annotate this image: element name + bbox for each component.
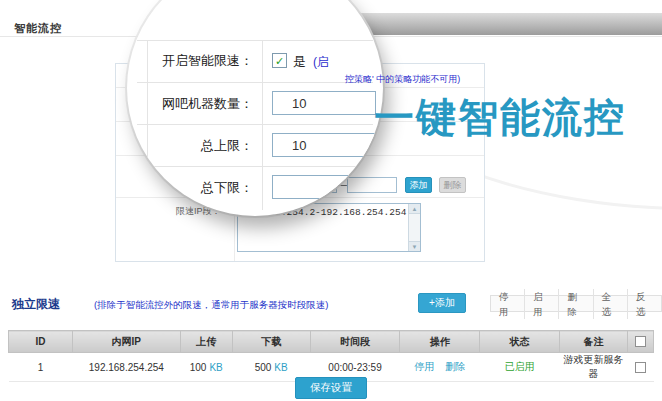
header-upload: 上传 [180,331,232,353]
cell-status: 已启用 [480,353,560,382]
total-upload-limit-input[interactable] [272,133,376,157]
disable-rule-link[interactable]: 停用 [414,361,434,372]
header-lan-ip: 内网IP [72,331,180,353]
independent-limit-note: (排除于智能流控外的限速，通常用于服务器按时段限速) [94,299,328,312]
note-start-fragment: (启 [313,54,329,71]
header-download: 下载 [232,331,310,353]
independent-limit-title: 独立限速 [12,296,60,313]
cell-lan-ip: 192.168.254.254 [72,353,180,382]
bulk-action-bar: 停用 启用 删除 全选 反选 [490,295,662,312]
enable-smart-limit-checkbox[interactable]: ✓ [272,53,287,68]
save-settings-button[interactable]: 保存设置 [295,377,367,399]
header-remark: 备注 [560,331,628,353]
invert-selection-link[interactable]: 反选 [627,289,661,319]
select-all-checkbox[interactable] [635,336,646,347]
header-id: ID [9,331,73,353]
scroll-down-icon[interactable]: ▼ [409,241,420,251]
enable-smart-limit-label: 开启智能限速： [133,52,253,70]
header-operation: 操作 [400,331,480,353]
client-count-label: 网吧机器数量： [133,95,253,113]
table-header-row: ID 内网IP 上传 下载 时间段 操作 状态 备注 [9,331,654,353]
header-checkbox-cell [627,331,653,353]
status-enabled-badge: 已启用 [505,361,535,372]
cell-remark: 游戏更新服务器 [560,353,628,382]
delete-rule-link[interactable]: 删除 [445,361,465,372]
upload-unit: KB [209,362,222,373]
watermark-title: 一键智能流控 [374,90,626,145]
cell-operation: 停用 删除 [400,353,480,382]
cell-id: 1 [9,353,73,382]
header-status: 状态 [480,331,560,353]
total-upload-limit-label: 总上限： [133,137,253,155]
add-rule-button[interactable]: +添加 [418,293,466,313]
tab-smart-flow-control[interactable]: 智能流控 [14,21,62,36]
yes-label: 是 [293,53,306,71]
cell-upload: 100KB [180,353,232,382]
textarea-scrollbar[interactable]: ▲ ▼ [408,204,420,251]
bulk-delete-link[interactable]: 删除 [558,289,592,319]
client-count-input[interactable] [272,91,376,115]
rate-limit-table: ID 内网IP 上传 下载 时间段 操作 状态 备注 1 192.168.254… [8,330,654,382]
header-time-range: 时间段 [310,331,400,353]
add-ip-range-button[interactable]: 添加 [405,177,432,193]
magnified-row-divider [137,40,373,41]
delete-ip-range-button[interactable]: 删除 [439,177,466,193]
smart-flow-control-page: 智能流控 控策略' 中的策略功能不可用) 限速IP段： — 添加 删除 192.… [0,0,662,401]
bulk-enable-link[interactable]: 启用 [524,289,558,319]
download-unit: KB [274,362,287,373]
cell-checkbox [627,353,653,382]
client-count-value: 10 [292,96,306,111]
scroll-up-icon[interactable]: ▲ [409,204,420,214]
magnified-row-divider [137,124,373,125]
total-upload-limit-value: 10 [292,138,306,153]
magnified-column-divider [262,40,263,210]
magnified-row-divider [137,166,373,167]
row-checkbox[interactable] [635,362,646,373]
magnified-row-divider [137,82,373,83]
bulk-disable-link[interactable]: 停用 [491,289,524,319]
select-all-link[interactable]: 全选 [593,289,627,319]
download-limit-max-input[interactable] [347,177,397,193]
policy-note-text: 控策略' 中的策略功能不可用) [345,73,460,86]
